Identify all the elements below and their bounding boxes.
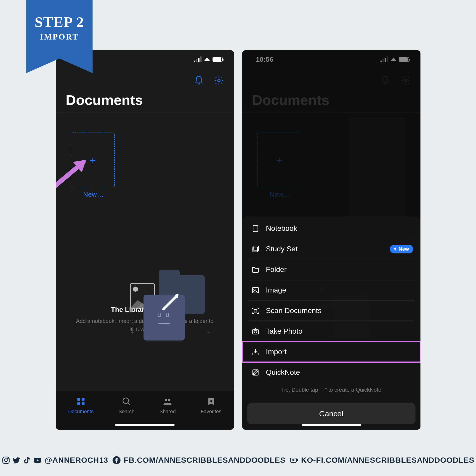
- svg-rect-14: [254, 309, 257, 312]
- quicknote-icon: [251, 368, 260, 377]
- svg-point-16: [254, 330, 257, 333]
- social-handle: @ANNEROCH13: [45, 456, 108, 465]
- new-action-sheet: Notebook Study Set ✦New Folder Image: [242, 216, 421, 430]
- import-icon: [251, 348, 260, 356]
- new-tile-label: New…: [83, 191, 234, 198]
- notifications-bell-icon[interactable]: [194, 75, 204, 86]
- svg-rect-3: [77, 402, 80, 405]
- svg-point-20: [8, 458, 8, 459]
- page-title: Documents: [56, 91, 234, 112]
- cancel-button[interactable]: Cancel: [247, 403, 415, 424]
- svg-rect-4: [82, 402, 84, 405]
- image-icon: [251, 286, 260, 294]
- folder-icon: [251, 266, 260, 274]
- step-number: STEP 2: [26, 14, 93, 31]
- home-indicator: [115, 424, 175, 426]
- svg-point-19: [5, 459, 8, 462]
- svg-rect-1: [77, 398, 80, 401]
- signal-icon: [194, 56, 202, 62]
- step-subtitle: IMPORT: [26, 32, 93, 42]
- tab-favorites[interactable]: Favorites: [201, 397, 221, 430]
- svg-rect-2: [82, 398, 84, 401]
- sheet-item-import[interactable]: Import: [242, 342, 421, 362]
- scan-icon: [251, 307, 260, 315]
- screenshot-right: 10:56 Documents ＋ New… u: [242, 50, 421, 430]
- notebook-icon: [251, 224, 260, 233]
- sheet-item-quicknote[interactable]: QuickNote: [248, 362, 415, 383]
- home-indicator: [302, 424, 361, 426]
- sheet-item-notebook[interactable]: Notebook: [248, 218, 415, 239]
- sheet-item-take-photo[interactable]: Take Photo: [248, 321, 415, 342]
- sheet-item-study-set[interactable]: Study Set ✦New: [248, 239, 415, 259]
- cards-icon: [251, 245, 260, 253]
- sheet-tip-text: Tip: Double tap "+" to create a QuickNot…: [242, 383, 421, 400]
- camera-icon: [251, 327, 260, 336]
- empty-library-illustration: u u +++: [130, 272, 207, 338]
- instagram-icon: [1, 456, 10, 465]
- new-badge: ✦New: [390, 245, 413, 254]
- facebook-icon: [112, 456, 121, 465]
- tab-bar: Documents Search Shared Favorites: [56, 391, 234, 430]
- wifi-icon: [204, 58, 210, 61]
- svg-point-7: [168, 399, 170, 401]
- youtube-icon: [33, 456, 42, 465]
- facebook-link: FB.COM/ANNESCRIBBLESANDDOODLES: [124, 456, 285, 465]
- twitter-icon: [12, 456, 21, 465]
- svg-point-5: [123, 398, 129, 404]
- kofi-icon: [290, 456, 298, 465]
- svg-rect-9: [253, 225, 258, 232]
- kofi-link: KO-FI.COM/ANNESCRIBBLESANDDOODLES: [301, 456, 475, 465]
- tab-documents[interactable]: Documents: [68, 397, 93, 430]
- battery-icon: [213, 57, 222, 62]
- svg-point-0: [218, 79, 220, 82]
- settings-gear-icon[interactable]: [214, 75, 224, 86]
- sheet-item-folder[interactable]: Folder: [248, 259, 415, 280]
- sheet-item-image[interactable]: Image: [248, 280, 415, 301]
- tiktok-icon: [23, 456, 31, 465]
- screenshot-left: Documents ＋ New… u u +++ The Library is …: [56, 50, 234, 430]
- svg-point-6: [165, 399, 167, 401]
- footer-credits: @ANNEROCH13 FB.COM/ANNESCRIBBLESANDDOODL…: [0, 456, 476, 465]
- sheet-item-scan-documents[interactable]: Scan Documents: [248, 301, 415, 321]
